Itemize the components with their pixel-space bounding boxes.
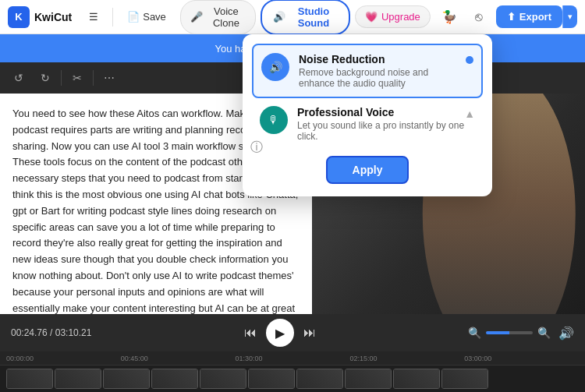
- track-thumb-6[interactable]: [248, 369, 295, 389]
- zoom-controls: 🔍 🔍: [468, 327, 551, 339]
- next-button[interactable]: ⏭: [300, 323, 319, 342]
- timeline-track: [0, 366, 585, 392]
- track-thumb-5[interactable]: [200, 369, 246, 389]
- voice-clone-button[interactable]: 🎤 Voice Clone: [180, 0, 256, 34]
- track-thumb-8[interactable]: [345, 369, 392, 389]
- professional-voice-option[interactable]: 🎙 Professional Voice Let you sound like …: [252, 98, 483, 150]
- toolbar-center: 🎤 Voice Clone 🔊 Studio Sound 💗 Upgrade: [180, 0, 431, 35]
- sec-divider-2: [93, 70, 94, 86]
- app-logo: K: [8, 6, 30, 28]
- clip-button[interactable]: ✂: [66, 67, 88, 89]
- collapse-icon: ▲: [464, 108, 475, 120]
- app-name: KwiCut: [34, 11, 72, 23]
- professional-voice-text: Professional Voice Let you sound like a …: [297, 106, 475, 142]
- ruler-marks: 00:00:00 00:45:00 01:30:00 02:15:00 03:0…: [6, 355, 579, 362]
- noise-reduction-text: Noise Reduction Remove background noise …: [299, 53, 456, 89]
- zoom-in-icon[interactable]: 🔍: [537, 327, 551, 339]
- track-thumb-2[interactable]: [55, 369, 101, 389]
- menu-button[interactable]: ☰: [81, 7, 106, 26]
- ruler-mark-0: 00:00:00: [6, 355, 121, 362]
- ruler-mark-1: 00:45:00: [121, 355, 236, 362]
- track-thumb-3[interactable]: [103, 369, 150, 389]
- voice-clone-icon: 🎤: [190, 11, 203, 23]
- playback-bar: 00:24.76 / 03:10.21 ⏮ ▶ ⏭ 🔍 🔍 🔊: [0, 314, 585, 351]
- noise-reduction-title: Noise Reduction: [299, 53, 456, 65]
- track-thumb-4[interactable]: [151, 369, 198, 389]
- heart-icon: 💗: [365, 11, 378, 23]
- noise-reduction-desc: Remove background noise and enhance the …: [299, 67, 456, 89]
- zoom-out-icon[interactable]: 🔍: [468, 327, 481, 339]
- apply-button[interactable]: Apply: [326, 156, 410, 184]
- export-dropdown-button[interactable]: ▾: [562, 5, 577, 28]
- noise-reduction-option[interactable]: 🔊 Noise Reduction Remove background nois…: [252, 44, 483, 98]
- logo-area: K KwiCut: [8, 6, 72, 28]
- noise-reduction-icon: 🔊: [261, 53, 289, 81]
- redo-button[interactable]: ↻: [34, 67, 56, 89]
- ruler-mark-4: 03:00:00: [464, 355, 579, 362]
- track-thumb-1[interactable]: [6, 369, 53, 389]
- play-pause-button[interactable]: ▶: [266, 319, 294, 347]
- save-icon: 📄: [127, 11, 140, 23]
- more-tools-button[interactable]: ⋯: [98, 67, 120, 89]
- speaker-icon: 🔊: [273, 11, 285, 23]
- top-toolbar: K KwiCut ☰ 📄 Save 🎤 Voice Clone 🔊 Studio…: [0, 0, 585, 34]
- save-button[interactable]: 📄 Save: [119, 7, 174, 26]
- current-time: 00:24.76 / 03:10.21: [11, 327, 91, 338]
- studio-sound-panel: 🔊 Noise Reduction Remove background nois…: [243, 34, 492, 196]
- professional-voice-desc: Let you sound like a pro instantly by on…: [297, 120, 475, 142]
- professional-voice-title: Professional Voice: [297, 106, 475, 118]
- divider-1: [112, 8, 113, 26]
- professional-voice-icon: 🎙: [260, 106, 288, 134]
- help-icon[interactable]: ⓘ: [250, 139, 263, 156]
- previous-button[interactable]: ⏮: [241, 323, 260, 342]
- toolbar-right: 🦆 ⎋ ⬆ Export ▾: [437, 5, 577, 30]
- ruler-mark-3: 02:15:00: [349, 355, 464, 362]
- volume-control: 🔊: [558, 326, 574, 341]
- selected-indicator: [466, 56, 473, 64]
- share-button[interactable]: ⎋: [466, 5, 491, 30]
- export-button[interactable]: ⬆ Export: [496, 5, 562, 28]
- export-wrapper: ⬆ Export ▾: [496, 5, 577, 28]
- track-thumb-10[interactable]: [441, 369, 488, 389]
- ruler-mark-2: 01:30:00: [236, 355, 350, 362]
- zoom-slider[interactable]: [486, 331, 533, 334]
- timeline: 00:00:00 00:45:00 01:30:00 02:15:00 03:0…: [0, 351, 585, 392]
- track-thumb-9[interactable]: [393, 369, 440, 389]
- track-thumb-7[interactable]: [296, 369, 343, 389]
- undo-button[interactable]: ↺: [8, 67, 30, 89]
- volume-icon[interactable]: 🔊: [558, 326, 574, 341]
- avatar-button[interactable]: 🦆: [437, 5, 462, 30]
- upload-icon: ⬆: [507, 11, 516, 23]
- studio-sound-button[interactable]: 🔊 Studio Sound: [261, 0, 350, 35]
- timeline-ruler: 00:00:00 00:45:00 01:30:00 02:15:00 03:0…: [0, 351, 585, 366]
- playback-controls: ⏮ ▶ ⏭: [99, 319, 460, 347]
- upgrade-button[interactable]: 💗 Upgrade: [355, 5, 431, 28]
- sec-divider-1: [61, 70, 62, 86]
